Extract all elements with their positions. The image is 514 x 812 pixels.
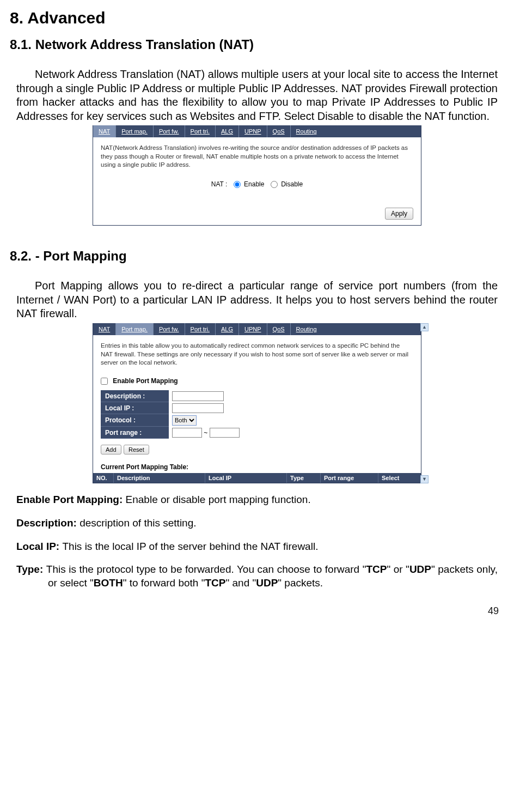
scroll-down-icon[interactable]: ▼ [420, 475, 429, 483]
port-range-tilde: ~ [204, 429, 207, 437]
tab2-upnp[interactable]: UPNP [239, 323, 267, 335]
col-type: Type [287, 473, 321, 483]
add-button[interactable]: Add [101, 445, 121, 455]
col-description: Description [114, 473, 205, 483]
tab2-alg[interactable]: ALG [216, 323, 239, 335]
heading-nat: 8.1. Network Address Translation (NAT) [10, 37, 504, 52]
def-type-udp: UDP [409, 563, 431, 575]
definitions-block: Enable Port Mapping: Enable or disable p… [16, 493, 498, 590]
tab-bar-2: NAT Port map. Port fw. Port tri. ALG UPN… [93, 323, 421, 335]
port-range-start-input[interactable] [172, 428, 202, 438]
def-enable-term: Enable Port Mapping: [16, 494, 126, 505]
nat-disable-label: Disable [281, 180, 303, 188]
def-type-p4: " to forward both " [123, 577, 205, 589]
def-type-p1: This is the protocol type to be forwarde… [46, 563, 366, 575]
nat-disable-radio[interactable] [271, 181, 278, 188]
local-ip-input[interactable] [172, 403, 224, 413]
description-input[interactable] [172, 391, 224, 401]
port-mapping-form: Description : Local IP : Protocol : Both [101, 390, 413, 439]
mapping-table-header: NO. Description Local IP Type Port range… [93, 473, 421, 483]
page-number: 49 [10, 605, 499, 617]
def-local-ip-term: Local IP: [16, 541, 62, 552]
port-mapping-panel-wrap: ▲ NAT Port map. Port fw. Port tri. ALG U… [93, 323, 421, 483]
tab-upnp[interactable]: UPNP [239, 125, 267, 137]
tab-port-fw[interactable]: Port fw. [154, 125, 185, 137]
def-type-p2: " or " [387, 563, 409, 575]
def-type-tcp2: TCP [205, 577, 225, 589]
def-type: Type: This is the protocol type to be fo… [16, 563, 498, 590]
nat-enable-label: Enable [244, 180, 264, 188]
col-port-range: Port range [321, 473, 378, 483]
tab-qos[interactable]: QoS [267, 125, 291, 137]
nat-intro-paragraph: Network Address Translation (NAT) allows… [16, 68, 498, 123]
nat-radio-row: NAT : Enable Disable [93, 174, 421, 191]
tab2-routing[interactable]: Routing [291, 323, 322, 335]
tab2-port-fw[interactable]: Port fw. [154, 323, 185, 335]
current-table-label: Current Port Mapping Table: [93, 460, 421, 473]
nat-panel-description: NAT(Network Address Translation) involve… [93, 137, 421, 174]
def-description-term: Description: [16, 517, 79, 529]
scroll-up-icon[interactable]: ▲ [420, 323, 429, 331]
nat-enable-radio[interactable] [234, 181, 241, 188]
port-range-end-input[interactable] [210, 428, 240, 438]
form-button-row: Add Reset [93, 439, 421, 460]
def-description-text: description of this setting. [79, 517, 196, 529]
def-description: Description: description of this setting… [16, 517, 498, 530]
def-enable-text: Enable or disable port mapping function. [126, 494, 311, 505]
nat-label: NAT : [211, 180, 228, 188]
heading-port-mapping: 8.2. - Port Mapping [10, 249, 504, 264]
tab-nat[interactable]: NAT [93, 125, 116, 137]
port-mapping-panel: NAT Port map. Port fw. Port tri. ALG UPN… [93, 323, 421, 483]
tab2-qos[interactable]: QoS [267, 323, 291, 335]
def-type-both: BOTH [94, 577, 123, 589]
port-mapping-intro-paragraph: Port Mapping allows you to re-direct a p… [16, 279, 498, 321]
tab-bar: NAT Port map. Port fw. Port tri. ALG UPN… [93, 125, 421, 137]
nat-config-panel: NAT Port map. Port fw. Port tri. ALG UPN… [93, 125, 421, 226]
pm-panel-description: Entries in this table allow you to autom… [93, 335, 421, 372]
form-label-port-range: Port range : [101, 427, 169, 439]
col-local-ip: Local IP [205, 473, 287, 483]
form-label-description: Description : [101, 390, 169, 402]
form-label-protocol: Protocol : [101, 414, 169, 427]
enable-port-mapping-label: Enable Port Mapping [113, 377, 178, 385]
def-local-ip-text: This is the local IP of the server behin… [62, 541, 318, 552]
tab2-nat[interactable]: NAT [93, 323, 116, 335]
enable-port-mapping-checkbox[interactable] [101, 378, 108, 385]
heading-advanced: 8. Advanced [10, 9, 504, 27]
def-enable: Enable Port Mapping: Enable or disable p… [16, 493, 498, 507]
col-select: Select [378, 473, 421, 483]
tab-port-tri[interactable]: Port tri. [185, 125, 216, 137]
def-type-p5: " and " [225, 577, 256, 589]
tab2-port-map[interactable]: Port map. [116, 323, 154, 335]
def-type-p6: " packets. [278, 577, 323, 589]
def-type-term: Type: [16, 563, 46, 575]
tab-port-map[interactable]: Port map. [116, 125, 154, 137]
col-no: NO. [93, 473, 114, 483]
def-local-ip: Local IP: This is the local IP of the se… [16, 540, 498, 554]
enable-port-mapping-row: Enable Port Mapping [93, 372, 421, 390]
reset-button[interactable]: Reset [124, 445, 149, 455]
def-type-udp2: UDP [256, 577, 278, 589]
def-type-tcp: TCP [366, 563, 387, 575]
apply-button[interactable]: Apply [385, 208, 413, 220]
tab-alg[interactable]: ALG [216, 125, 239, 137]
protocol-select[interactable]: Both [172, 415, 197, 426]
form-label-local-ip: Local IP : [101, 402, 169, 414]
tab-routing[interactable]: Routing [291, 125, 322, 137]
tab2-port-tri[interactable]: Port tri. [185, 323, 216, 335]
